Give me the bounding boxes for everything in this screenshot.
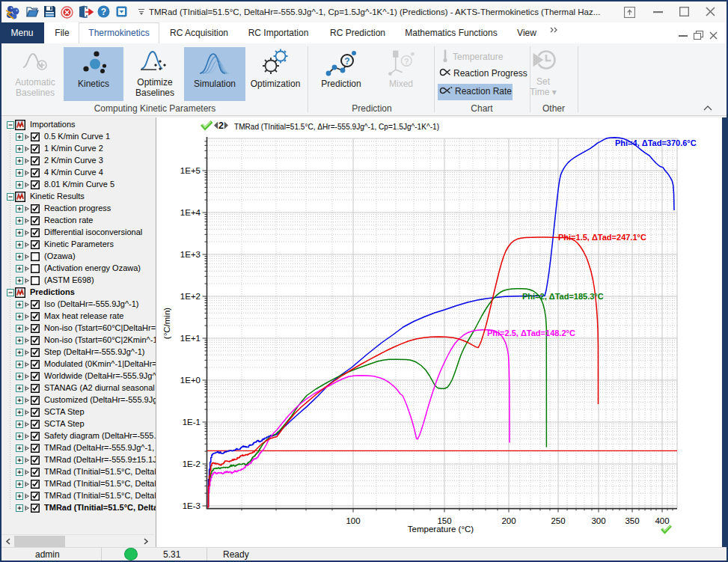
svg-text:400: 400 (655, 516, 669, 525)
svg-text:1E+1: 1E+1 (180, 334, 201, 343)
svg-text:Phi=2, ΔTad=185.3°C: Phi=2, ΔTad=185.3°C (522, 292, 604, 301)
svg-text:300: 300 (591, 516, 605, 525)
svg-text:Phi=4, ΔTad=370.6°C: Phi=4, ΔTad=370.6°C (615, 138, 697, 147)
svg-text:Phi=1.5, ΔTad=247.1°C: Phi=1.5, ΔTad=247.1°C (558, 233, 646, 242)
svg-text:100: 100 (346, 516, 360, 525)
svg-text:1E-3: 1E-3 (183, 501, 201, 510)
svg-text:350: 350 (625, 516, 639, 525)
svg-text:TMRad (TInitial=51.5°C, ΔHr=-5: TMRad (TInitial=51.5°C, ΔHr=-555.9Jg^-1,… (234, 122, 439, 131)
svg-text:2: 2 (218, 120, 224, 131)
svg-text:1E+5: 1E+5 (180, 166, 201, 175)
svg-text:1E+4: 1E+4 (180, 208, 201, 217)
svg-text:200: 200 (501, 516, 516, 525)
svg-text:1E-1: 1E-1 (183, 418, 201, 427)
svg-text:1E-2: 1E-2 (183, 459, 201, 468)
svg-text:1E+0: 1E+0 (180, 376, 201, 385)
svg-text:Temperature (°C): Temperature (°C) (408, 525, 474, 534)
svg-text:Phi=2.5, ΔTad=148.2°C: Phi=2.5, ΔTad=148.2°C (487, 329, 575, 337)
svg-text:?: ? (404, 57, 409, 66)
svg-text:250: 250 (551, 516, 565, 525)
svg-text:(°C/min): (°C/min) (162, 308, 171, 339)
svg-text:1E+3: 1E+3 (180, 250, 201, 259)
svg-text:?: ? (344, 56, 349, 67)
svg-text:1E+2: 1E+2 (180, 292, 201, 301)
svg-text:?: ? (101, 7, 106, 17)
